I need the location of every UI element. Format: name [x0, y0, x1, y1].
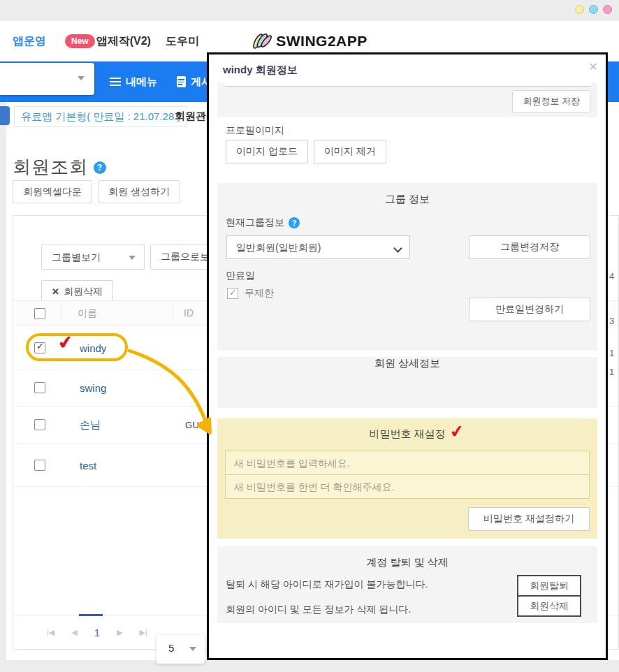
nav-my-menu-label: 내메뉴 — [126, 75, 157, 89]
password-reset-section: 비밀번호 재설정✔ 비밀번호 재설정하기 — [217, 418, 597, 539]
chevron-down-icon — [78, 76, 85, 80]
group-section-title: 그룹 정보 — [217, 183, 597, 206]
bg-table-fragment: 1 — [609, 348, 614, 358]
column-divider — [61, 304, 61, 323]
bg-table-fragment: 4 — [609, 271, 614, 282]
password-reset-title: 비밀번호 재설정✔ — [217, 418, 597, 441]
account-section-title: 계정 탈퇴 및 삭제 — [217, 546, 597, 569]
bg-table-fragment: 3 — [609, 316, 614, 326]
nav-help[interactable]: 도우미 — [166, 21, 199, 61]
delete-warning-text: 회원의 아이디 및 모든 정보가 삭제 됩니다. — [226, 604, 411, 616]
new-password-input[interactable] — [225, 451, 590, 475]
next-page-button[interactable]: ▶ — [117, 628, 122, 637]
prev-page-button[interactable]: ◀ — [71, 628, 77, 637]
row-checkbox[interactable] — [34, 419, 45, 430]
first-page-button[interactable]: |◀ — [47, 628, 54, 637]
shuttlecock-icon — [252, 32, 272, 50]
row-checkbox[interactable] — [34, 460, 45, 471]
hamburger-icon — [110, 75, 121, 88]
check-icon: ✓ — [229, 287, 237, 298]
nav-app-build-label: 앱제작(V2) — [96, 34, 151, 49]
unlimited-option: ✓ 무제한 — [227, 287, 274, 300]
chevron-down-icon — [129, 256, 136, 260]
arrow-annotation — [112, 340, 224, 445]
last-page-button[interactable]: ▶| — [140, 628, 147, 637]
window-dot-cyan[interactable] — [589, 5, 598, 14]
nav-my-menu[interactable]: 내메뉴 — [110, 61, 157, 102]
logo-text: SWING2APP — [276, 33, 367, 50]
app-select[interactable] — [0, 63, 94, 95]
close-icon[interactable]: × — [589, 59, 597, 75]
plan-info: 유료앱 기본형( 만료일 : 21.07.28 ) — [14, 106, 187, 127]
help-icon[interactable]: ? — [289, 217, 300, 228]
member-name[interactable]: test — [80, 459, 96, 471]
column-id: ID — [184, 307, 194, 319]
help-icon[interactable]: ? — [94, 161, 106, 174]
group-filter-select[interactable]: 그룹별보기 — [41, 244, 145, 270]
chevron-down-icon — [189, 647, 196, 651]
window-controls — [575, 5, 612, 14]
expire-date-label: 만료일 — [226, 270, 255, 282]
document-icon — [177, 76, 186, 87]
profile-image-actions: 이미지 업로드 이미지 제거 — [226, 140, 386, 163]
chevron-down-icon — [393, 244, 402, 253]
change-expire-date-button[interactable]: 만료일변경하기 — [469, 298, 590, 321]
page-size-value: 5 — [168, 642, 174, 654]
row-checkbox[interactable] — [34, 382, 45, 393]
group-select-value: 일반회원(일반회원) — [236, 242, 321, 253]
member-name[interactable]: swing — [80, 382, 106, 394]
password-reset-button[interactable]: 비밀번호 재설정하기 — [468, 507, 590, 531]
pagination: |◀ ◀ 1 ▶ ▶| — [47, 615, 147, 650]
confirm-password-input[interactable] — [225, 474, 590, 499]
group-info-section: 그룹 정보 현재그룹정보 ? 일반회원(일반회원) 그룹변경저장 만료일 ✓ 무… — [217, 183, 597, 351]
basic-info-section: 회원정보 저장 — [217, 82, 597, 117]
excel-download-button[interactable]: 회원엑셀다운 — [13, 180, 92, 203]
nav-app-build[interactable]: New 앱제작(V2) — [65, 21, 151, 61]
modal-title-username: windy — [223, 64, 253, 75]
nav-app-operate-label: 앱운영 — [13, 34, 46, 49]
page-title: 회원조회 ? — [13, 155, 106, 180]
save-member-info-button[interactable]: 회원정보 저장 — [512, 90, 590, 112]
account-delete-section: 계정 탈퇴 및 삭제 탈퇴 시 해당 아이디로 재가입이 불가능합니다. 회원의… — [217, 546, 597, 623]
group-change-save-button[interactable]: 그룹변경저장 — [469, 235, 590, 259]
profile-image-label: 프로필이미지 — [226, 124, 284, 137]
unlimited-checkbox[interactable]: ✓ — [227, 288, 238, 299]
member-name[interactable]: 손님 — [80, 418, 101, 432]
member-info-modal: windy 회원정보 × 회원정보 저장 프로필이미지 이미지 업로드 이미지 … — [207, 52, 608, 660]
group-select[interactable]: 일반회원(일반회원) — [226, 235, 410, 259]
image-upload-button[interactable]: 이미지 업로드 — [226, 140, 308, 163]
create-member-button[interactable]: 회원 생성하기 — [98, 180, 180, 203]
column-divider — [173, 304, 173, 323]
unlimited-label: 무제한 — [245, 287, 274, 300]
member-delete-button[interactable]: 회원삭제 — [517, 595, 581, 617]
modal-title: windy 회원정보 — [223, 64, 298, 77]
member-detail-title: 회원 상세정보 — [217, 357, 597, 370]
x-icon: ✕ — [52, 286, 59, 297]
nav-app-operate[interactable]: 앱운영 — [13, 21, 46, 61]
current-page[interactable]: 1 — [94, 627, 100, 638]
red-check-annotation: ✔ — [449, 421, 465, 443]
nav-help-label: 도우미 — [166, 34, 199, 49]
new-badge: New — [65, 34, 95, 48]
member-withdraw-button[interactable]: 회원탈퇴 — [517, 575, 581, 597]
current-group-label: 현재그룹정보 ? — [226, 217, 300, 229]
image-remove-button[interactable]: 이미지 제거 — [314, 140, 386, 163]
plan-info-label: 유료앱 기본형( 만료일 : 21.07.28 ) — [21, 110, 180, 122]
member-detail-section: 회원 상세정보 — [217, 357, 597, 408]
withdraw-warning-text: 탈퇴 시 해당 아이디로 재가입이 불가능합니다. — [226, 578, 428, 591]
member-actions: 회원엑셀다운 회원 생성하기 — [13, 180, 180, 203]
select-all-checkbox[interactable] — [34, 308, 45, 319]
scrolled-input-fragment[interactable] — [225, 82, 591, 87]
column-name: 이름 — [78, 307, 97, 320]
bg-table-fragment: 1 — [609, 367, 614, 377]
window-dot-yellow[interactable] — [575, 5, 584, 14]
group-filter-value: 그룹별보기 — [52, 251, 101, 263]
window-dot-pink[interactable] — [603, 5, 612, 14]
page-size-select[interactable]: 5 — [156, 635, 205, 664]
plan-chip-icon — [0, 106, 10, 125]
